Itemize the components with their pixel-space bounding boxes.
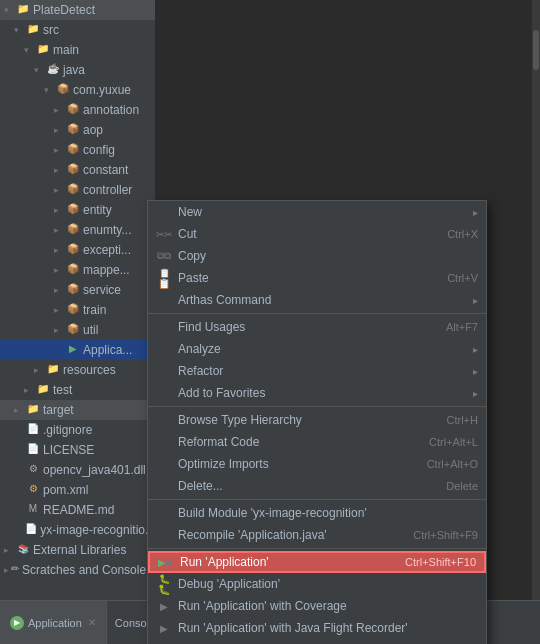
tree-arrow [14, 505, 24, 515]
menu-item-label: Run 'Application' with Coverage [178, 599, 478, 613]
application-tab[interactable]: ▶ Application ✕ [0, 601, 107, 645]
menu-item-refactor[interactable]: Refactor▸ [148, 360, 486, 382]
tree-arrow [44, 85, 54, 95]
external-libraries-item[interactable]: External Libraries [0, 540, 155, 560]
tree-item-label: aop [83, 123, 103, 137]
menu-item-label: Run 'Application' [180, 555, 385, 569]
tree-item-entity[interactable]: 📦entity [0, 200, 155, 220]
menu-separator [148, 548, 486, 549]
menu-item-build_module[interactable]: Build Module 'yx-image-recognition' [148, 502, 486, 524]
scratches-item[interactable]: Scratches and Console... [0, 560, 155, 580]
pkg-icon: 📦 [66, 303, 80, 317]
menu-item-label: Analyze [178, 342, 468, 356]
tree-item-label: src [43, 23, 59, 37]
menu-item-cut[interactable]: ✂CutCtrl+X [148, 223, 486, 245]
tree-item-label: opencv_java401.dll [43, 463, 146, 477]
menu-item-delete[interactable]: Delete...Delete [148, 475, 486, 497]
project-panel: 📁PlateDetect📁src📁main☕java📦com.yuxue📦ann… [0, 0, 155, 600]
scrollbar-thumb[interactable] [533, 30, 539, 70]
tree-item-label: test [53, 383, 72, 397]
menu-item-add_favorites[interactable]: Add to Favorites▸ [148, 382, 486, 404]
tree-item-resources[interactable]: 📁resources [0, 360, 155, 380]
tree-item-train[interactable]: 📦train [0, 300, 155, 320]
tree-item-annotation[interactable]: 📦annotation [0, 100, 155, 120]
tree-item-label: .gitignore [43, 423, 92, 437]
tree-item-label: constant [83, 163, 128, 177]
tree-item-config[interactable]: 📦config [0, 140, 155, 160]
java-icon: ☕ [46, 63, 60, 77]
dll-icon: ⚙ [26, 463, 40, 477]
menu-item-label: New [178, 205, 468, 219]
tree-item-gitignore[interactable]: 📄.gitignore [0, 420, 155, 440]
tree-arrow [14, 485, 24, 495]
menu-item-label: Arthas Command [178, 293, 468, 307]
menu-item-new[interactable]: New▸ [148, 201, 486, 223]
tree-arrow [54, 125, 64, 135]
tree-item-com.yuxue[interactable]: 📦com.yuxue [0, 80, 155, 100]
cut-menu-icon: ✂ [156, 229, 172, 240]
menu-item-find_usages[interactable]: Find UsagesAlt+F7 [148, 316, 486, 338]
menu-item-reformat[interactable]: Reformat CodeCtrl+Alt+L [148, 431, 486, 453]
submenu-arrow-icon: ▸ [473, 344, 478, 355]
tree-arrow [54, 345, 64, 355]
tree-item-yx_image[interactable]: 📄yx-image-recognitio... [0, 520, 155, 540]
tree-item-label: README.md [43, 503, 114, 517]
menu-item-shortcut: Delete [446, 480, 478, 492]
menu-item-label: Cut [178, 227, 427, 241]
tree-item-target[interactable]: 📁target [0, 400, 155, 420]
tree-arrow [54, 165, 64, 175]
tree-item-exception[interactable]: 📦excepti... [0, 240, 155, 260]
tree-arrow [14, 465, 24, 475]
menu-item-run_flight[interactable]: ▶Run 'Application' with Java Flight Reco… [148, 617, 486, 639]
tree-item-enumtype[interactable]: 📦enumty... [0, 220, 155, 240]
scrollbar[interactable] [532, 0, 540, 600]
pkg-icon: 📦 [66, 223, 80, 237]
tree-item-test[interactable]: 📁test [0, 380, 155, 400]
menu-item-shortcut: Ctrl+H [447, 414, 478, 426]
tree-item-label: config [83, 143, 115, 157]
tree-arrow [54, 285, 64, 295]
tree-item-readme[interactable]: MREADME.md [0, 500, 155, 520]
tree-item-aop[interactable]: 📦aop [0, 120, 155, 140]
pkg-icon: 📦 [66, 263, 80, 277]
menu-item-recompile[interactable]: Recompile 'Application.java'Ctrl+Shift+F… [148, 524, 486, 546]
scratches-label: Scratches and Console... [22, 563, 155, 577]
tree-item-application[interactable]: ▶Applica... [0, 340, 155, 360]
menu-item-shortcut: Ctrl+X [447, 228, 478, 240]
menu-item-debug[interactable]: 🐛Debug 'Application' [148, 573, 486, 595]
menu-item-paste[interactable]: 📋PasteCtrl+V [148, 267, 486, 289]
pkg-icon: 📦 [66, 283, 80, 297]
tree-item-src[interactable]: 📁src [0, 20, 155, 40]
menu-item-label: Optimize Imports [178, 457, 407, 471]
tree-item-java[interactable]: ☕java [0, 60, 155, 80]
tree-item-service[interactable]: 📦service [0, 280, 155, 300]
close-tab-button[interactable]: ✕ [88, 617, 96, 628]
menu-item-browse_hierarchy[interactable]: Browse Type HierarchyCtrl+H [148, 409, 486, 431]
pkg-icon: 📦 [66, 183, 80, 197]
tree-item-label: yx-image-recognitio... [40, 523, 155, 537]
tree-item-constant[interactable]: 📦constant [0, 160, 155, 180]
menu-item-run[interactable]: ▶Run 'Application'Ctrl+Shift+F10 [148, 551, 486, 573]
tree-item-controller[interactable]: 📦controller [0, 180, 155, 200]
tree-item-pom[interactable]: ⚙pom.xml [0, 480, 155, 500]
menu-item-copy[interactable]: ⧉Copy [148, 245, 486, 267]
tree-item-mapper[interactable]: 📦mappe... [0, 260, 155, 280]
menu-item-optimize[interactable]: Optimize ImportsCtrl+Alt+O [148, 453, 486, 475]
tree-arrow [34, 65, 44, 75]
tree-arrow [54, 225, 64, 235]
tree-arrow [14, 445, 24, 455]
tree-item-opencv_dll[interactable]: ⚙opencv_java401.dll [0, 460, 155, 480]
tree-item-util[interactable]: 📦util [0, 320, 155, 340]
menu-item-analyze[interactable]: Analyze▸ [148, 338, 486, 360]
tree-arrow [54, 245, 64, 255]
menu-item-label: Add to Favorites [178, 386, 468, 400]
menu-item-arthas[interactable]: Arthas Command▸ [148, 289, 486, 311]
pkg-icon: 📦 [66, 243, 80, 257]
tree-item-platedetect[interactable]: 📁PlateDetect [0, 0, 155, 20]
menu-item-edit_config[interactable]: ✏Edit 'Application'... [148, 639, 486, 644]
menu-item-label: Refactor [178, 364, 468, 378]
run_cov-menu-icon: ▶ [156, 601, 172, 612]
tree-item-main[interactable]: 📁main [0, 40, 155, 60]
menu-item-run_coverage[interactable]: ▶Run 'Application' with Coverage [148, 595, 486, 617]
tree-item-license[interactable]: 📄LICENSE [0, 440, 155, 460]
